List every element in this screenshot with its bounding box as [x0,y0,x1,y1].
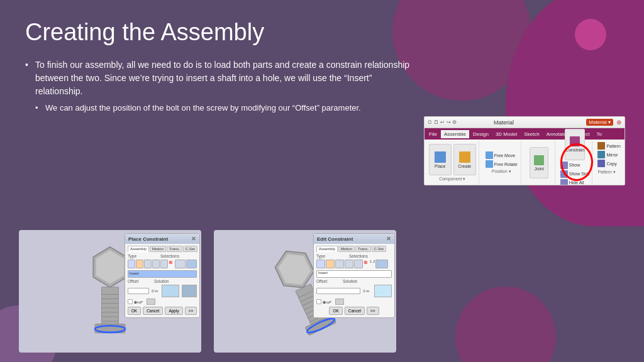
more-button-left[interactable]: >> [185,307,197,315]
ribbon-tab-design[interactable]: Design [470,130,492,138]
free-rotate-button[interactable]: Free Rotate [486,160,518,168]
position-btns: Free Move Free Rotate [486,151,518,168]
bullet-list: To finish our assembly, all we need to d… [25,58,619,114]
place-button[interactable]: Place [429,144,452,175]
joint-label: Joint [535,167,544,171]
dialog-tab-transitional-right[interactable]: Trans. [355,246,371,252]
offset-input-row-right: 2 in [316,285,392,297]
free-rotate-label: Free Rotate [494,162,518,167]
dialog-title-text-right: Edit Constraint [317,236,353,242]
solution-visual-right [374,285,392,297]
dialog-close-right[interactable]: ✕ [386,236,391,242]
type-icons-right: ⊗ 1 2 [316,260,392,268]
type-icon-2[interactable] [136,260,143,268]
offset-input-right[interactable] [316,288,360,294]
mirror-button[interactable]: Mirror [597,151,621,158]
free-move-icon [486,151,493,159]
type-icon-4[interactable] [152,260,160,268]
type-icon-6[interactable]: ⊗ [169,260,173,268]
offset-label-right: Offset [316,279,335,283]
sub-bullet-item-1: We can adjust the position of the bolt o… [35,102,400,114]
offset-unit-left: 0 in [152,289,158,293]
checkbox-right[interactable] [316,299,321,304]
type-select-right[interactable]: Insert [316,270,392,278]
selections-label-left: Selections [160,254,179,258]
dialog-title-left: Place Constraint ✕ [125,234,199,244]
solution-extra-right [335,299,344,305]
type-icon-3[interactable] [144,260,152,268]
mirror-label: Mirror [606,153,618,157]
type-row-right: Type Selections [316,254,392,258]
position-section-label: Position ▾ [492,169,511,174]
ribbon-tab-more[interactable]: To [593,130,604,138]
dialog-tab-assembly-right[interactable]: Assembly [316,246,338,252]
pattern-button[interactable]: Pattern [597,142,621,150]
type-icon-r2[interactable] [326,260,335,268]
dialog-buttons-right: OK Cancel >> [316,307,392,315]
dialog-tab-assembly-left[interactable]: Assembly [128,246,149,252]
dialog-tab-motion-right[interactable]: Motion [338,246,355,252]
slide-content: Creating the Assembly To finish our asse… [0,0,644,362]
ribbon-body: Place Create Component ▾ Free [425,140,625,185]
ok-button-right[interactable]: OK [329,307,342,315]
offset-row-right: Offset Solution [316,279,392,283]
type-icon-r5[interactable] [354,260,363,268]
bolt-right-container: Edit Constraint ✕ Assembly Motion Trans.… [214,230,396,353]
type-icon-r1[interactable] [316,260,325,268]
place-label: Place [435,164,446,168]
offset-input-row-left: 0 in [128,285,197,297]
joint-button[interactable]: Joint [530,147,548,178]
dialog-tab-transitional-left[interactable]: Trans. [167,246,182,252]
edit-constraint-dialog: Edit Constraint ✕ Assembly Motion Trans.… [313,233,395,318]
free-move-button[interactable]: Free Move [486,151,518,159]
bullet-item-1: To finish our assembly, all we need to d… [25,58,415,114]
selections-nums: 1 2 [370,260,375,268]
type-icon-r4[interactable] [345,260,353,268]
ribbon-tab-sketch[interactable]: Sketch [521,130,542,138]
solution-extra-left [147,299,155,305]
ribbon-tab-bar[interactable]: File Assemble Design 3D Model Sketch Ann… [425,128,625,140]
offset-input-left[interactable] [128,288,149,294]
sub-bullet-text-1: We can adjust the position of the bolt o… [45,103,361,112]
component-btns: Place Create [429,144,476,175]
offset-row-left: Offset Solution [128,279,197,283]
place-constraint-dialog: Place Constraint ✕ Assembly Motion Trans… [125,233,200,318]
ribbon-title-bar: 🗋 🗒 ↩ ↪ ⚙ Material Material ▾ ⊕ [425,117,625,128]
pattern-section-label: Pattern ▾ [597,170,621,175]
bolt-left-container: Place Constraint ✕ Assembly Motion Trans… [19,230,201,353]
dialog-tab-constraintset-right[interactable]: C.Set [372,246,386,252]
dialog-buttons-left: OK Cancel Apply >> [128,307,197,315]
solution-box-left [186,260,197,268]
dialog-tab-constraintset-left[interactable]: C.Set [183,246,197,252]
cancel-button-right[interactable]: Cancel [345,307,365,315]
ribbon-tab-assemble[interactable]: Assemble [441,130,469,138]
ribbon-screenshot: 🗋 🗒 ↩ ↪ ⚙ Material Material ▾ ⊕ File Ass… [424,116,625,185]
free-rotate-icon [486,160,493,168]
pattern-icon [597,142,605,150]
dialog-tab-motion-left[interactable]: Motion [150,246,166,252]
hide-all-label: Hide All [569,180,584,185]
checkbox-left[interactable] [128,299,133,304]
create-icon [459,151,470,163]
ribbon-tab-3dmodel[interactable]: 3D Model [492,130,520,138]
type-select-left[interactable]: Insert [128,270,197,278]
ribbon-tab-file[interactable]: File [426,130,440,138]
slide-title: Creating the Assembly [25,19,619,46]
ribbon-relationships-section: Constrain Show Show Sick [558,141,593,185]
type-icon-r3[interactable] [335,260,344,268]
create-button[interactable]: Create [453,144,476,175]
dialog-close-left[interactable]: ✕ [191,236,196,242]
ok-button-left[interactable]: OK [128,307,141,315]
solution-visual2-left [182,285,197,297]
ribbon-component-section: Place Create Component ▾ [426,141,479,185]
cancel-button-left[interactable]: Cancel [143,307,163,315]
apply-button-left[interactable]: Apply [165,307,182,315]
more-button-right[interactable]: >> [367,307,379,315]
type-icon-r6[interactable]: ⊗ [364,260,368,268]
joint-icon [534,155,544,165]
copy-ribbon-button[interactable]: Copy [597,160,621,167]
type-icon-1[interactable] [128,260,135,268]
dialog-tabs-right: Assembly Motion Trans. C.Set [316,246,392,252]
images-row: Place Constraint ✕ Assembly Motion Trans… [19,230,396,353]
type-icon-5[interactable] [160,260,168,268]
